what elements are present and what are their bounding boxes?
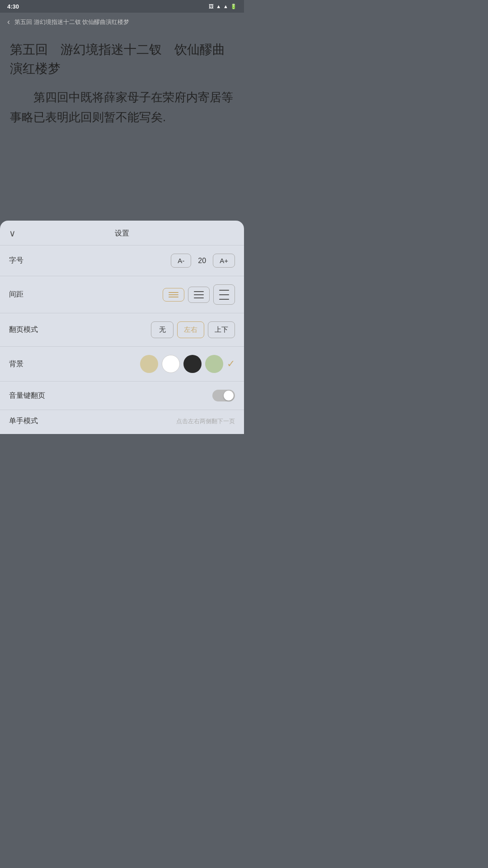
background-row: 背景 ✓ <box>0 347 244 382</box>
toggle-knob <box>224 391 234 401</box>
page-mode-label: 翻页模式 <box>9 325 151 335</box>
signal-icon: ▲ <box>223 4 228 9</box>
line3 <box>169 297 178 297</box>
font-decrease-button[interactable]: A- <box>171 254 191 268</box>
line2 <box>219 294 229 295</box>
volume-key-toggle[interactable] <box>212 390 235 401</box>
page-mode-row: 翻页模式 无 左右 上下 <box>0 313 244 347</box>
one-hand-label: 单手模式 <box>9 416 176 426</box>
line1 <box>194 291 204 292</box>
background-label: 背景 <box>9 359 140 369</box>
spacing-label: 间距 <box>9 290 163 299</box>
nav-bar: ‹ 第五回 游幻境指迷十二钗 饮仙醪曲演红楼梦 <box>0 13 244 31</box>
nav-title: 第五回 游幻境指迷十二钗 饮仙醪曲演红楼梦 <box>14 18 237 26</box>
mode-lr-button[interactable]: 左右 <box>177 321 204 338</box>
line3 <box>194 297 204 298</box>
wifi-icon: ▲ <box>216 4 221 9</box>
chapter-body: 第四回中既将薛家母子在荣府内寄居等事略已表明此回则暂不能写矣. <box>10 87 234 127</box>
mode-none-button[interactable]: 无 <box>151 321 174 338</box>
settings-title: 设置 <box>115 229 129 238</box>
reading-area: 第五回 游幻境指迷十二钗 饮仙醪曲演红楼梦 第四回中既将薛家母子在荣府内寄居等事… <box>0 31 244 132</box>
status-bar: 4:30 🖼 ▲ ▲ 🔋 <box>0 0 244 13</box>
one-hand-row: 单手模式 点击左右两侧翻下一页 <box>0 410 244 430</box>
font-size-label: 字号 <box>9 256 171 265</box>
bg-green-button[interactable] <box>205 355 223 373</box>
status-time: 4:30 <box>7 3 19 10</box>
spacing-compact-button[interactable] <box>163 288 184 302</box>
line2 <box>169 294 178 295</box>
line3 <box>219 299 229 300</box>
mode-ud-button[interactable]: 上下 <box>208 321 235 338</box>
battery-icon: 🔋 <box>230 4 237 9</box>
one-hand-hint: 点击左右两侧翻下一页 <box>176 417 235 425</box>
page-mode-controls: 无 左右 上下 <box>151 321 235 338</box>
spacing-large-button[interactable] <box>213 284 235 305</box>
background-controls: ✓ <box>140 355 235 373</box>
bg-white-button[interactable] <box>162 355 180 373</box>
line1 <box>219 290 229 291</box>
font-size-controls: A- 20 A+ <box>171 254 235 268</box>
spacing-medium-button[interactable] <box>188 287 210 303</box>
status-icons: 🖼 ▲ ▲ 🔋 <box>209 4 237 9</box>
back-button[interactable]: ‹ <box>7 17 10 27</box>
spacing-row: 间距 <box>0 276 244 313</box>
volume-key-row: 音量键翻页 <box>0 382 244 410</box>
bg-black-button[interactable] <box>183 355 202 373</box>
volume-key-label: 音量键翻页 <box>9 391 212 401</box>
bg-checkmark: ✓ <box>227 358 235 370</box>
settings-panel: ∨ 设置 字号 A- 20 A+ 间距 <box>0 221 244 434</box>
chapter-title: 第五回 游幻境指迷十二钗 饮仙醪曲演红楼梦 <box>10 40 234 78</box>
collapse-button[interactable]: ∨ <box>9 228 16 239</box>
settings-header: ∨ 设置 <box>0 221 244 245</box>
font-increase-button[interactable]: A+ <box>213 254 235 268</box>
spacing-controls <box>163 284 235 305</box>
font-size-value: 20 <box>195 257 209 265</box>
line1 <box>169 292 178 293</box>
image-icon: 🖼 <box>209 4 214 9</box>
font-size-row: 字号 A- 20 A+ <box>0 245 244 276</box>
line2 <box>194 294 204 295</box>
bg-beige-button[interactable] <box>140 355 158 373</box>
